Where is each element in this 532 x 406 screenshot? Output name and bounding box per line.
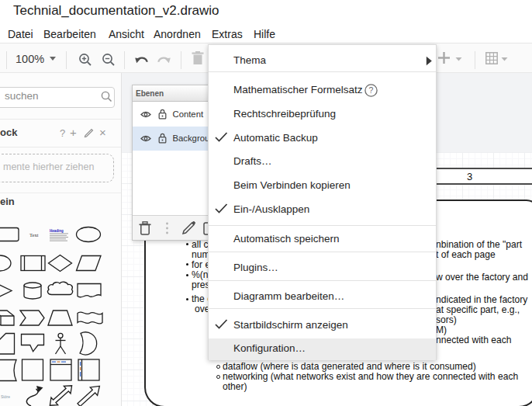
svg-text:?: ? [369, 85, 374, 95]
svg-text:Störe: Störe [1, 394, 10, 399]
svg-text:Heading: Heading [50, 229, 64, 233]
svg-text:Text: Text [29, 232, 39, 238]
